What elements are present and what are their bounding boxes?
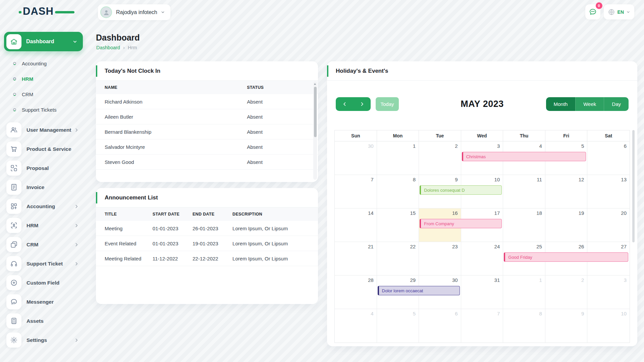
sidebar-subitem-accounting[interactable]: Accounting xyxy=(4,56,83,71)
sidebar-item-hrm[interactable]: HRM xyxy=(4,216,83,235)
calendar-week-row: 14151617181920From Company xyxy=(335,208,630,242)
sidebar-item-label: Assets xyxy=(26,318,83,324)
calendar-day-cell[interactable]: 10 xyxy=(587,309,630,343)
language-selector[interactable]: EN xyxy=(604,4,634,19)
card-accent-bar xyxy=(96,192,97,203)
calendar-day-cell[interactable]: 3 xyxy=(587,276,630,309)
calendar-day-cell[interactable]: 30 xyxy=(335,141,377,175)
card-accent-bar xyxy=(96,65,97,77)
messages-button[interactable]: 0 xyxy=(585,4,600,19)
today-button[interactable]: Today xyxy=(376,97,399,111)
day-number: 30 xyxy=(368,143,374,149)
sidebar-subitem-crm[interactable]: CRM xyxy=(4,86,83,102)
calendar-day-cell[interactable]: 2 xyxy=(419,141,461,175)
person-icon xyxy=(102,8,110,16)
plus-circle-icon xyxy=(6,275,21,290)
calendar-day-cell[interactable]: 21 xyxy=(335,242,377,276)
calendar-weeks: 30123456Christmas78910111213Dolores cons… xyxy=(335,141,630,343)
sidebar-item-crm[interactable]: CRM xyxy=(4,235,83,254)
chevron-right-icon xyxy=(74,338,79,343)
breadcrumb-dashboard-link[interactable]: Dashboard xyxy=(96,45,120,50)
day-number: 3 xyxy=(497,143,500,149)
calendar-day-cell[interactable]: 6 xyxy=(587,141,630,175)
calendar-day-cell[interactable]: 2 xyxy=(545,276,588,309)
calendar-day-cell[interactable]: 4 xyxy=(335,309,377,343)
view-button-day[interactable]: Day xyxy=(604,97,629,111)
sidebar-dashboard-submenu: AccountingHRMCRMSupport Tickets xyxy=(4,56,83,117)
prev-month-button[interactable] xyxy=(336,97,353,111)
proposal-icon xyxy=(6,161,21,176)
sidebar-item-proposal[interactable]: Proposal xyxy=(4,159,83,178)
company-name: Rajodiya infotech xyxy=(116,9,157,15)
sidebar-subitem-support-tickets[interactable]: Support Tickets xyxy=(4,102,83,117)
sidebar-item-support-ticket[interactable]: Support Ticket xyxy=(4,254,83,273)
calendar-day-cell[interactable]: 7 xyxy=(335,175,377,208)
messages-badge: 0 xyxy=(596,2,602,9)
calendar-day-cell[interactable]: 28 xyxy=(335,276,377,309)
sidebar-item-settings[interactable]: Settings xyxy=(4,330,83,350)
status-value: Absent xyxy=(247,129,318,135)
day-number: 1 xyxy=(539,277,542,283)
company-selector[interactable]: Rajodiya infotech xyxy=(98,4,170,20)
chevron-right-icon xyxy=(74,242,79,247)
calendar-event[interactable]: Good Friday xyxy=(504,252,628,262)
calendar-scrollbar-thumb[interactable] xyxy=(632,130,635,242)
view-button-week[interactable]: Week xyxy=(575,97,604,111)
calendar-day-cell[interactable]: 20 xyxy=(587,208,630,242)
calendar-event[interactable]: Dolores consequat D xyxy=(420,185,502,195)
calendar-day-cell[interactable]: 5 xyxy=(377,309,419,343)
view-button-month[interactable]: Month xyxy=(546,97,576,111)
sidebar-item-accounting[interactable]: Accounting xyxy=(4,197,83,216)
calendar-day-cell[interactable]: 18 xyxy=(503,208,545,242)
day-number: 7 xyxy=(371,177,373,182)
sidebar-item-invoice[interactable]: Invoice xyxy=(4,178,83,197)
calendar-day-cell[interactable]: 19 xyxy=(545,208,588,242)
calendar-event[interactable]: Dolor lorem occaecat xyxy=(378,286,460,295)
calendar-day-cell[interactable]: 23 xyxy=(419,242,461,276)
sidebar-subitem-hrm[interactable]: HRM xyxy=(4,71,83,86)
calendar-day-cell[interactable]: 12 xyxy=(545,175,588,208)
scrollbar-track[interactable] xyxy=(313,81,317,180)
sidebar-item-messenger[interactable]: Messenger xyxy=(4,292,83,311)
sidebar-item-user-management[interactable]: User Management xyxy=(4,120,83,139)
brand-logo[interactable]: DASH xyxy=(23,5,66,19)
chevron-right-icon xyxy=(360,102,365,107)
calendar-day-cell[interactable]: 8 xyxy=(377,175,419,208)
calendar-day-cell[interactable]: 13 xyxy=(587,175,630,208)
day-number: 21 xyxy=(368,244,374,249)
calendar-day-cell[interactable]: 31 xyxy=(461,276,503,309)
sidebar-item-product-service[interactable]: Product & Service xyxy=(4,139,83,159)
calendar-event[interactable]: Christmas xyxy=(462,152,586,161)
scrollbar-thumb[interactable] xyxy=(314,87,317,137)
day-number: 8 xyxy=(413,177,416,182)
status-value: Absent xyxy=(247,159,318,165)
day-number: 3 xyxy=(624,277,627,283)
calendar-day-cell[interactable]: 8 xyxy=(503,309,545,343)
calendar-event[interactable]: From Company xyxy=(420,219,502,228)
sidebar-item-custom-field[interactable]: Custom Field xyxy=(4,273,83,292)
next-month-button[interactable] xyxy=(353,97,371,111)
sidebar-item-dashboard[interactable]: Dashboard xyxy=(4,32,83,51)
sidebar-item-label: HRM xyxy=(26,223,74,229)
clockin-table-header: NAME STATUS xyxy=(96,81,318,94)
calendar-day-cell[interactable]: 15 xyxy=(377,208,419,242)
column-header-end-date: END DATE xyxy=(193,212,232,217)
calendar-day-cell[interactable]: 14 xyxy=(335,208,377,242)
calendar-day-cell[interactable]: 11 xyxy=(503,175,545,208)
calendar-day-cell[interactable]: 6 xyxy=(419,309,461,343)
sidebar-item-assets[interactable]: Assets xyxy=(4,311,83,330)
logo-accent-bar xyxy=(55,11,74,13)
sidebar-item-label: Messenger xyxy=(26,299,83,305)
scrollbar-up-arrow[interactable] xyxy=(314,83,316,85)
employee-name: Bernard Blankenship xyxy=(96,129,247,135)
day-number: 2 xyxy=(455,143,458,149)
logo-text: DASH xyxy=(23,5,54,17)
breadcrumb-current: Hrm xyxy=(128,45,137,50)
calendar-day-cell[interactable]: 22 xyxy=(377,242,419,276)
calendar-day-cell[interactable]: 1 xyxy=(377,141,419,175)
calendar-day-cell[interactable]: 9 xyxy=(545,309,588,343)
calendar-day-cell[interactable]: 24 xyxy=(461,242,503,276)
day-number: 10 xyxy=(494,177,500,182)
calendar-day-cell[interactable]: 7 xyxy=(461,309,503,343)
calendar-day-cell[interactable]: 1 xyxy=(503,276,545,309)
